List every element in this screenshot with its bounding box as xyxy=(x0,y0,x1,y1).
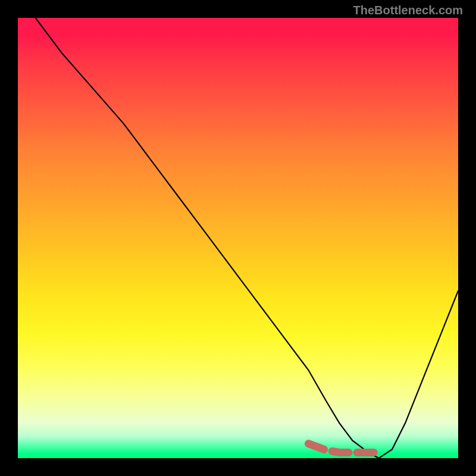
recommended-range-marker xyxy=(18,18,458,458)
watermark-text: TheBottleneck.com xyxy=(353,4,463,17)
chart-plot-area xyxy=(18,18,458,458)
